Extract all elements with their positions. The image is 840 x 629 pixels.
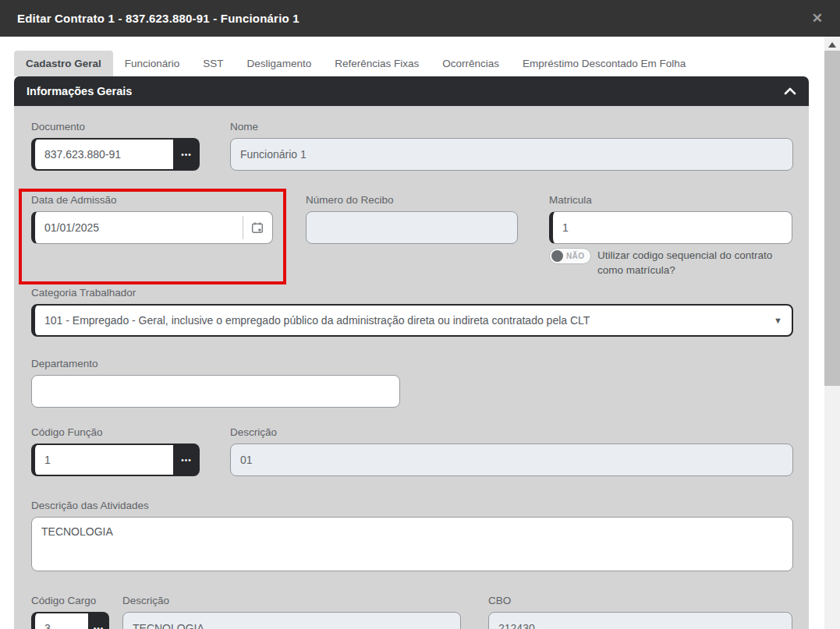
- descricao-funcao-label: Descrição: [230, 426, 793, 438]
- codigo-funcao-input[interactable]: [31, 443, 173, 476]
- scroll-up-arrow-icon[interactable]: [828, 42, 836, 48]
- close-icon[interactable]: ✕: [812, 12, 823, 25]
- edit-contract-modal: Editar Contrato 1 - 837.623.880-91 - Fun…: [0, 0, 840, 629]
- departamento-input[interactable]: [31, 375, 400, 408]
- categoria-trabalhador-label: Categoria Trabalhador: [31, 287, 793, 299]
- section-title: Informações Gerais: [27, 85, 132, 97]
- scrollbar-thumb[interactable]: [824, 51, 840, 386]
- form-body: Documento ••• Nome: [14, 106, 809, 629]
- tab-desligamento[interactable]: Desligamento: [236, 51, 324, 76]
- toggle-state-label: NÃO: [566, 252, 584, 260]
- codigo-funcao-label: Código Função: [31, 426, 200, 438]
- data-admissao-value: 01/01/2025: [44, 221, 243, 234]
- numero-recibo-input: [306, 211, 518, 244]
- codigo-cargo-lookup-button[interactable]: •••: [88, 612, 109, 629]
- numero-recibo-label: Número do Recibo: [306, 194, 518, 206]
- descricao-cargo-input: [122, 612, 461, 629]
- cbo-input: [488, 612, 792, 629]
- data-admissao-input[interactable]: 01/01/2025: [31, 211, 273, 244]
- dropdown-arrow-icon: ▼: [774, 316, 782, 325]
- documento-label: Documento: [31, 121, 200, 133]
- toggle-question-label: Utilizar codigo sequencial do contrato c…: [597, 248, 792, 277]
- nome-input: [230, 138, 793, 171]
- informacoes-gerais-header[interactable]: Informações Gerais: [14, 76, 809, 106]
- toggle-knob: [551, 250, 563, 262]
- codigo-cargo-label: Código Cargo: [31, 595, 109, 606]
- tab-cadastro-geral[interactable]: Cadastro Geral: [14, 51, 113, 76]
- descricao-atividades-textarea[interactable]: TECNOLOGIA: [31, 517, 793, 571]
- descricao-cargo-label: Descrição: [122, 595, 461, 606]
- ellipsis-icon: •••: [181, 456, 192, 465]
- modal-title: Editar Contrato 1 - 837.623.880-91 - Fun…: [17, 12, 299, 25]
- descricao-atividades-label: Descrição das Atividades: [31, 500, 793, 511]
- modal-content: Cadastro Geral Funcionário SST Desligame…: [0, 37, 824, 629]
- categoria-trabalhador-value: 101 - Empregado - Geral, inclusive o emp…: [44, 314, 590, 327]
- categoria-trabalhador-select[interactable]: 101 - Empregado - Geral, inclusive o emp…: [31, 304, 793, 337]
- descricao-funcao-input: [230, 443, 793, 476]
- tab-ocorrencias[interactable]: Ocorrências: [431, 51, 511, 76]
- tab-sst[interactable]: SST: [191, 51, 235, 76]
- documento-lookup-button[interactable]: •••: [173, 138, 200, 171]
- ellipsis-icon: •••: [181, 150, 192, 159]
- tab-emprestimo-descontado[interactable]: Empréstimo Descontado Em Folha: [511, 51, 697, 76]
- calendar-icon[interactable]: [243, 216, 272, 239]
- vertical-scrollbar[interactable]: [824, 37, 840, 629]
- tab-bar: Cadastro Geral Funcionário SST Desligame…: [0, 37, 824, 76]
- matricula-sequencial-toggle[interactable]: NÃO: [549, 248, 591, 264]
- nome-label: Nome: [230, 121, 793, 133]
- informacoes-gerais-panel: Informações Gerais Documento •••: [14, 76, 809, 629]
- tab-funcionario[interactable]: Funcionário: [113, 51, 192, 76]
- matricula-input[interactable]: [549, 211, 792, 244]
- data-admissao-label: Data de Admissão: [31, 194, 273, 206]
- chevron-up-icon: [784, 87, 796, 95]
- documento-input[interactable]: [31, 138, 173, 171]
- cbo-label: CBO: [488, 595, 792, 606]
- matricula-label: Matricula: [549, 194, 792, 206]
- tab-referencias-fixas[interactable]: Referências Fixas: [323, 51, 431, 76]
- codigo-funcao-lookup-button[interactable]: •••: [173, 443, 200, 476]
- modal-titlebar: Editar Contrato 1 - 837.623.880-91 - Fun…: [0, 0, 840, 37]
- ellipsis-icon: •••: [94, 624, 105, 629]
- departamento-label: Departamento: [31, 358, 400, 369]
- codigo-cargo-input[interactable]: [31, 612, 88, 629]
